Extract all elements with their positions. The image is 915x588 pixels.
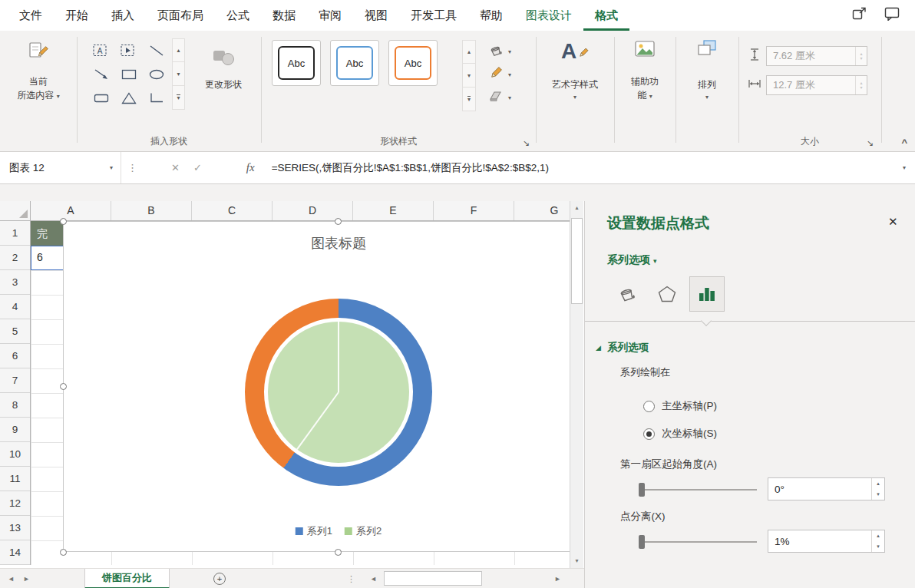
- shape-height-field[interactable]: 7.62 厘米▴▾: [766, 46, 867, 66]
- triangle-shape-icon[interactable]: [115, 86, 143, 110]
- angle-slider-track[interactable]: [642, 489, 757, 491]
- change-shape-button[interactable]: 更改形状: [190, 38, 256, 91]
- effects-tab[interactable]: [649, 276, 685, 312]
- group-accessibility[interactable]: 辅助功 能 ▾: [614, 31, 676, 152]
- style-more-button[interactable]: ▾: [462, 88, 476, 111]
- chart-legend[interactable]: 系列1 系列2: [296, 524, 382, 538]
- row-header[interactable]: 3: [0, 270, 30, 295]
- explosion-slider-handle[interactable]: [639, 535, 645, 549]
- group-arrange[interactable]: 排列 ▾: [676, 31, 738, 152]
- gallery-more-button[interactable]: ▾: [172, 86, 185, 110]
- row-header[interactable]: 8: [0, 393, 30, 418]
- tab-bar-ellipsis-icon[interactable]: ⋮: [347, 569, 355, 588]
- ribbon-tab[interactable]: 公式: [215, 0, 261, 31]
- size-dialog-launcher-icon[interactable]: ↘: [867, 138, 874, 148]
- sheet-nav-left-icon[interactable]: ◄: [8, 569, 15, 588]
- shape-effects-button[interactable]: ▾: [485, 86, 533, 109]
- gallery-scroll-down-button[interactable]: ▾: [172, 62, 185, 86]
- ribbon-tab[interactable]: 图表设计: [514, 0, 583, 31]
- sheet-nav-right-icon[interactable]: ►: [23, 569, 30, 588]
- scroll-down-icon[interactable]: ▾: [570, 554, 583, 568]
- formula-bar-expand-icon[interactable]: ▾: [903, 164, 906, 171]
- secondary-axis-option[interactable]: 次坐标轴(S): [643, 427, 717, 441]
- chart-resize-handle[interactable]: [335, 218, 342, 225]
- explosion-spinner[interactable]: ▴▾: [871, 530, 884, 552]
- column-header[interactable]: B: [111, 201, 192, 220]
- angle-slider-handle[interactable]: [639, 483, 645, 497]
- width-spinner[interactable]: ▴▾: [855, 76, 867, 94]
- chart-resize-handle[interactable]: [60, 549, 67, 556]
- explosion-slider-track[interactable]: [642, 541, 757, 543]
- row-header[interactable]: 4: [0, 295, 30, 319]
- row-header[interactable]: 11: [0, 467, 30, 491]
- row-header[interactable]: 1: [0, 221, 30, 246]
- horizontal-scrollbar-thumb[interactable]: [384, 571, 482, 586]
- column-header[interactable]: E: [353, 201, 434, 220]
- formula-bar-drag-icon[interactable]: ⋮: [127, 162, 137, 173]
- angle-input[interactable]: [768, 478, 868, 500]
- height-spinner[interactable]: ▴▾: [855, 47, 867, 65]
- angle-spinner[interactable]: ▴▾: [871, 478, 884, 500]
- select-shape-icon[interactable]: A: [88, 38, 115, 62]
- primary-axis-radio[interactable]: [643, 401, 655, 412]
- ribbon-tab[interactable]: 帮助: [468, 0, 514, 31]
- series-options-dropdown[interactable]: 系列选项 ▾: [607, 253, 656, 267]
- style-scroll-up-button[interactable]: ▴: [462, 40, 476, 64]
- current-selection-label-1[interactable]: 当前: [0, 75, 77, 88]
- ribbon-tab[interactable]: 格式: [583, 0, 629, 31]
- comment-icon[interactable]: [884, 7, 900, 24]
- column-header[interactable]: D: [273, 201, 353, 220]
- shape-style-swatch[interactable]: Abc: [388, 40, 438, 86]
- ribbon-tab[interactable]: 审阅: [307, 0, 353, 31]
- style-scroll-down-button[interactable]: ▾: [462, 64, 476, 88]
- row-header[interactable]: 12: [0, 491, 30, 516]
- spin-up-icon[interactable]: ▴: [872, 478, 884, 489]
- cancel-icon[interactable]: ✕: [171, 162, 180, 173]
- shape-outline-button[interactable]: ▾: [485, 63, 533, 86]
- row-header[interactable]: 6: [0, 344, 30, 368]
- ribbon-tab[interactable]: 数据: [261, 0, 307, 31]
- hscroll-left-icon[interactable]: ◄: [370, 569, 377, 588]
- primary-axis-option[interactable]: 主坐标轴(P): [643, 399, 717, 413]
- name-box-dropdown-icon[interactable]: ▾: [110, 164, 113, 171]
- line-shape-icon[interactable]: [143, 38, 170, 62]
- row-header[interactable]: 10: [0, 442, 30, 467]
- enter-icon[interactable]: ✓: [193, 162, 202, 173]
- spin-up-icon[interactable]: ▴: [872, 530, 884, 541]
- column-header[interactable]: F: [434, 201, 514, 220]
- select-all-button[interactable]: [0, 201, 31, 221]
- row-header[interactable]: 9: [0, 418, 30, 442]
- collapse-ribbon-icon[interactable]: ^: [901, 137, 907, 148]
- name-box[interactable]: 图表 12 ▾: [0, 152, 121, 183]
- ribbon-tab[interactable]: 开始: [54, 0, 100, 31]
- column-header[interactable]: A: [31, 201, 111, 220]
- scroll-up-icon[interactable]: ▴: [570, 201, 583, 215]
- legend-item[interactable]: 系列1: [296, 524, 332, 538]
- oval-shape-icon[interactable]: [143, 62, 170, 86]
- shape-styles-dialog-launcher-icon[interactable]: ↘: [523, 138, 530, 148]
- insert-function-icon[interactable]: fx: [246, 161, 255, 174]
- ribbon-tab[interactable]: 页面布局: [146, 0, 215, 31]
- share-icon[interactable]: [852, 7, 867, 24]
- secondary-axis-radio[interactable]: [643, 428, 655, 440]
- legend-item[interactable]: 系列2: [345, 524, 382, 538]
- hscroll-right-icon[interactable]: ►: [554, 569, 561, 588]
- row-header[interactable]: 7: [0, 368, 30, 393]
- spin-down-icon[interactable]: ▾: [872, 489, 884, 500]
- arrow-shape-icon[interactable]: [88, 62, 115, 86]
- shape-style-swatch[interactable]: Abc: [330, 40, 379, 86]
- column-header[interactable]: G: [514, 201, 570, 220]
- row-header[interactable]: 13: [0, 516, 30, 540]
- add-sheet-button[interactable]: +: [213, 573, 226, 585]
- formula-input[interactable]: =SERIES(,饼图百分比!$A$1:$B$1,饼图百分比!$A$2:$B$2…: [272, 161, 903, 175]
- ribbon-tab[interactable]: 开发工具: [399, 0, 468, 31]
- elbow-connector-shape-icon[interactable]: [143, 86, 170, 110]
- ribbon-tab[interactable]: 插入: [100, 0, 146, 31]
- spin-down-icon[interactable]: ▾: [872, 541, 884, 552]
- select-objects-icon[interactable]: [115, 38, 143, 62]
- row-header[interactable]: 14: [0, 540, 30, 565]
- doughnut-chart[interactable]: [245, 299, 432, 486]
- rounded-rectangle-shape-icon[interactable]: [88, 86, 115, 110]
- chart-resize-handle[interactable]: [60, 218, 67, 225]
- shape-fill-button[interactable]: ▾: [485, 40, 533, 63]
